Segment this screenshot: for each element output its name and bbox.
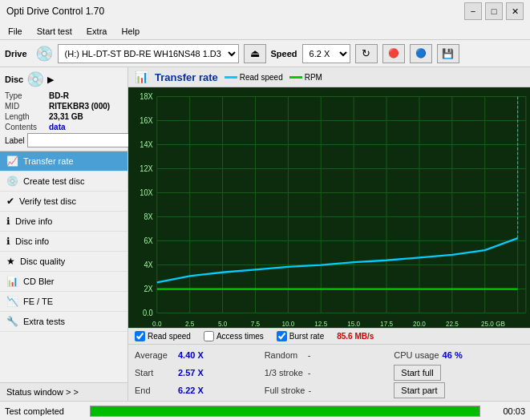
random-label: Random: [265, 350, 305, 360]
nav-transfer-rate[interactable]: 📈 Transfer rate: [0, 151, 127, 172]
cd-bler-icon: 📊: [6, 276, 18, 287]
icon-btn-2[interactable]: 🔵: [410, 44, 432, 63]
disc-label-row: Label 🖼: [5, 133, 123, 147]
chart-icon: 📊: [135, 71, 148, 83]
menu-file[interactable]: File: [5, 25, 26, 38]
access-times-checkbox-container[interactable]: Access times: [204, 331, 264, 341]
drive-select[interactable]: (H:) HL-DT-ST BD-RE WH16NS48 1.D3: [58, 44, 239, 63]
stats-col-random: Random -: [265, 350, 394, 360]
nav-transfer-rate-label: Transfer rate: [23, 156, 74, 166]
read-speed-checkbox[interactable]: [135, 331, 145, 341]
svg-text:17.5: 17.5: [380, 319, 393, 328]
chart-header: 📊 Transfer rate Read speed RPM: [128, 67, 530, 87]
svg-text:18X: 18X: [140, 91, 153, 101]
stats-col-average: Average 4.40 X: [135, 350, 265, 360]
maximize-button[interactable]: □: [485, 2, 503, 20]
stats-col-start: Start 2.57 X: [135, 368, 265, 378]
legend-read-speed-color: [225, 76, 237, 79]
start-value: 2.57 X: [178, 368, 210, 378]
svg-text:2X: 2X: [144, 284, 153, 293]
menu-bar: File Start test Extra Help: [0, 22, 530, 40]
full-stroke-label: Full stroke: [265, 386, 305, 395]
cpu-label: CPU usage: [394, 350, 439, 360]
access-times-checkbox[interactable]: [204, 331, 214, 341]
cpu-value: 46 %: [443, 350, 475, 360]
close-button[interactable]: ✕: [506, 2, 524, 20]
stats-col-full-stroke: Full stroke -: [265, 386, 394, 395]
nav-items: 📈 Transfer rate 💿 Create test disc ✔ Ver…: [0, 151, 127, 382]
type-value: BD-R: [49, 91, 69, 100]
contents-value[interactable]: data: [49, 123, 66, 131]
stats-col-start-btn: Start full: [394, 365, 524, 381]
access-times-checkbox-label: Access times: [216, 332, 264, 341]
mid-value: RITEKBR3 (000): [49, 102, 110, 111]
menu-help[interactable]: Help: [118, 25, 143, 38]
svg-text:0.0: 0.0: [152, 319, 162, 328]
nav-disc-quality-label: Disc quality: [20, 256, 65, 266]
time-display: 00:03: [485, 406, 525, 416]
save-button[interactable]: 💾: [437, 44, 459, 63]
label-input[interactable]: [27, 133, 134, 147]
svg-text:0.0: 0.0: [143, 308, 153, 317]
stats-col-1-3-stroke: 1/3 stroke -: [265, 368, 394, 378]
legend-read-speed-label: Read speed: [240, 73, 283, 82]
extra-tests-icon: 🔧: [6, 316, 18, 327]
disc-header: Disc 💿 ▶: [5, 71, 123, 88]
svg-text:12.5: 12.5: [314, 319, 327, 328]
status-text: Test completed: [5, 406, 85, 416]
status-bar: Test completed 00:03: [0, 401, 530, 420]
svg-text:14X: 14X: [140, 139, 153, 149]
window-controls: − □ ✕: [464, 2, 524, 20]
progress-bar-fill: [91, 406, 479, 416]
start-label: Start: [135, 368, 175, 378]
nav-create-test-disc[interactable]: 💿 Create test disc: [0, 172, 127, 192]
eject-button[interactable]: ⏏: [244, 44, 266, 63]
disc-info-icon: ℹ: [6, 236, 10, 247]
contents-label: Contents: [5, 123, 49, 131]
svg-rect-0: [128, 87, 530, 328]
nav-drive-info-label: Drive info: [15, 216, 52, 226]
nav-drive-info[interactable]: ℹ Drive info: [0, 212, 127, 232]
stats-row-start: Start 2.57 X 1/3 stroke - Start full: [135, 364, 524, 382]
nav-disc-info-label: Disc info: [15, 236, 49, 246]
refresh-button[interactable]: ↻: [355, 44, 378, 63]
stroke-1-3-value: -: [308, 368, 311, 378]
menu-extra[interactable]: Extra: [83, 25, 111, 38]
nav-disc-quality[interactable]: ★ Disc quality: [0, 252, 127, 272]
disc-arrow[interactable]: ▶: [47, 75, 54, 85]
nav-cd-bler[interactable]: 📊 CD Bler: [0, 272, 127, 292]
minimize-button[interactable]: −: [464, 2, 482, 20]
nav-verify-test-disc[interactable]: ✔ Verify test disc: [0, 192, 127, 212]
burst-rate-checkbox-container[interactable]: Burst rate: [277, 331, 324, 341]
start-full-button[interactable]: Start full: [394, 365, 440, 381]
burst-rate-checkbox[interactable]: [277, 331, 287, 341]
verify-test-disc-icon: ✔: [6, 196, 14, 207]
menu-start-test[interactable]: Start test: [34, 25, 75, 38]
chart-area: 18X 16X 14X 12X 10X 8X 6X 4X 2X 0.0 0.0 …: [128, 87, 530, 328]
status-window-button[interactable]: Status window > >: [0, 382, 127, 401]
stats-col-end-btn: Start part: [394, 382, 524, 398]
nav-disc-info[interactable]: ℹ Disc info: [0, 232, 127, 252]
right-panel: 📊 Transfer rate Read speed RPM: [128, 67, 530, 401]
speed-select[interactable]: 6.2 X: [302, 44, 350, 63]
nav-fe-te-label: FE / TE: [23, 297, 53, 306]
svg-text:20.0: 20.0: [413, 319, 426, 328]
read-speed-checkbox-container[interactable]: Read speed: [135, 331, 191, 341]
type-label: Type: [5, 91, 49, 100]
nav-fe-te[interactable]: 📉 FE / TE: [0, 292, 127, 312]
status-window-label: Status window > >: [6, 387, 79, 397]
svg-text:15.0: 15.0: [347, 319, 360, 328]
nav-extra-tests[interactable]: 🔧 Extra tests: [0, 312, 127, 332]
fe-te-icon: 📉: [6, 296, 18, 307]
end-label: End: [135, 386, 175, 395]
length-value: 23,31 GB: [49, 112, 83, 121]
start-part-button[interactable]: Start part: [394, 382, 444, 398]
burst-rate-checkbox-label: Burst rate: [289, 332, 324, 341]
svg-text:6X: 6X: [144, 236, 153, 245]
read-speed-checkbox-label: Read speed: [148, 332, 191, 341]
icon-btn-1[interactable]: 🔴: [382, 44, 405, 63]
full-stroke-value: -: [308, 386, 311, 395]
drive-bar: Drive 💿 (H:) HL-DT-ST BD-RE WH16NS48 1.D…: [0, 40, 530, 67]
legend-read-speed: Read speed: [225, 73, 283, 82]
stats-area: Average 4.40 X Random - CPU usage 46 % S…: [128, 344, 530, 401]
